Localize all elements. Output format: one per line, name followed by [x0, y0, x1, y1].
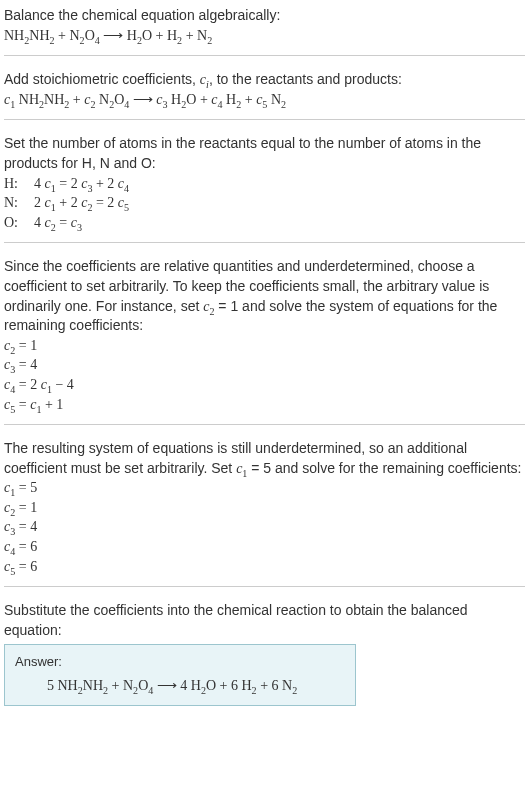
coeff-row: c3 = 4: [4, 517, 525, 537]
inline-eq: c1: [236, 461, 247, 476]
coeff-row: c4 = 2 c1 − 4: [4, 375, 525, 395]
atom-balance-text: Set the number of atoms in the reactants…: [4, 134, 525, 173]
coeff-row: c3 = 4: [4, 355, 525, 375]
eq-text: NH: [15, 92, 39, 107]
eq-text: =: [15, 397, 30, 412]
coeff-row: c5 = 6: [4, 557, 525, 577]
element-label: O:: [4, 213, 34, 233]
eq-text: + 6 N: [257, 678, 293, 693]
section-solve-second: The resulting system of equations is sti…: [4, 439, 525, 587]
eq-text: 5 NH: [47, 678, 78, 693]
eq-text: = 2: [56, 176, 81, 191]
eq-text: 4: [34, 215, 45, 230]
coeff-row: c4 = 6: [4, 537, 525, 557]
solve-first-text: Since the coefficients are relative quan…: [4, 257, 525, 335]
balance-row-n: N:2 c1 + 2 c2 = 2 c5: [4, 193, 525, 213]
eq-text: + 1: [41, 397, 63, 412]
answer-intro-text: Substitute the coefficients into the che…: [4, 601, 525, 640]
eq-text: − 4: [52, 377, 74, 392]
answer-box: Answer: 5 NH2NH2 + N2O4 ⟶ 4 H2O + 6 H2 +…: [4, 644, 356, 706]
eq-text: = 1: [15, 338, 37, 353]
eq-text: 4: [34, 176, 45, 191]
eq-text: + N: [182, 28, 207, 43]
eq-text: O +: [186, 92, 211, 107]
answer-label: Answer:: [15, 653, 345, 671]
section-solve-first: Since the coefficients are relative quan…: [4, 257, 525, 425]
eq-text: = 1: [15, 500, 37, 515]
eq-text: O + 6 H: [206, 678, 252, 693]
section-intro: Balance the chemical equation algebraica…: [4, 6, 525, 56]
balance-row-h: H:4 c1 = 2 c3 + 2 c4: [4, 174, 525, 194]
eq-text: O + H: [142, 28, 177, 43]
eq-text: N: [96, 92, 110, 107]
var-sub: 3: [77, 222, 82, 233]
balance-row-o: O:4 c2 = c3: [4, 213, 525, 233]
eq-text: = 2: [15, 377, 40, 392]
eq-text: =: [56, 215, 71, 230]
eq-text: NH: [4, 28, 24, 43]
coeff-row: c2 = 1: [4, 498, 525, 518]
var-sub: 4: [124, 182, 129, 193]
element-label: N:: [4, 193, 34, 213]
var-sub: 5: [124, 202, 129, 213]
eq-text: ⟶ 4 H: [153, 678, 201, 693]
eq-text: = 6: [15, 559, 37, 574]
balanced-equation: 5 NH2NH2 + N2O4 ⟶ 4 H2O + 6 H2 + 6 N2: [15, 676, 345, 696]
intro-text: Balance the chemical equation algebraica…: [4, 6, 525, 26]
eq-text: N: [267, 92, 281, 107]
eq-text: O: [114, 92, 124, 107]
eq-text: H: [223, 92, 237, 107]
eq-text: = 4: [15, 357, 37, 372]
eq-text: NH: [44, 92, 64, 107]
eq-text: + 2: [92, 176, 117, 191]
section-atom-balance: Set the number of atoms in the reactants…: [4, 134, 525, 243]
eq-text: + N: [108, 678, 133, 693]
eq-text: O: [138, 678, 148, 693]
eq-text: = 5: [15, 480, 37, 495]
section-answer: Substitute the coefficients into the che…: [4, 601, 525, 706]
eq-text: ⟶ H: [100, 28, 137, 43]
text: , to the reactants and products:: [209, 71, 402, 87]
add-coeffs-text: Add stoichiometric coefficients, ci, to …: [4, 70, 525, 90]
eq-text: ⟶: [129, 92, 156, 107]
eq-text: = 4: [15, 519, 37, 534]
eq-text: +: [241, 92, 256, 107]
text: Add stoichiometric coefficients,: [4, 71, 200, 87]
eq-text: O: [85, 28, 95, 43]
inline-eq: c2: [203, 299, 214, 314]
coeff-row: c5 = c1 + 1: [4, 395, 525, 415]
eq-text: H: [168, 92, 182, 107]
var-c: ci: [200, 72, 209, 87]
eq-sub: 2: [207, 34, 212, 45]
eq-text: = 2: [92, 195, 117, 210]
element-label: H:: [4, 174, 34, 194]
unbalanced-equation: NH2NH2 + N2O4 ⟶ H2O + H2 + N2: [4, 26, 525, 46]
document-root: Balance the chemical equation algebraica…: [0, 0, 529, 712]
eq-text: + 2: [56, 195, 81, 210]
text: = 5 and solve for the remaining coeffici…: [247, 460, 521, 476]
eq-sub: 2: [281, 99, 286, 110]
solve-second-text: The resulting system of equations is sti…: [4, 439, 525, 478]
eq-text: NH: [29, 28, 49, 43]
eq-text: + N: [55, 28, 80, 43]
coeff-row: c1 = 5: [4, 478, 525, 498]
eq-text: 2: [34, 195, 45, 210]
eq-text: = 6: [15, 539, 37, 554]
eq-text: NH: [83, 678, 103, 693]
eq-sub: 2: [292, 684, 297, 695]
eq-text: +: [69, 92, 84, 107]
coeff-row: c2 = 1: [4, 336, 525, 356]
coeffs-equation: c1 NH2NH2 + c2 N2O4 ⟶ c3 H2O + c4 H2 + c…: [4, 90, 525, 110]
section-add-coeffs: Add stoichiometric coefficients, ci, to …: [4, 70, 525, 120]
